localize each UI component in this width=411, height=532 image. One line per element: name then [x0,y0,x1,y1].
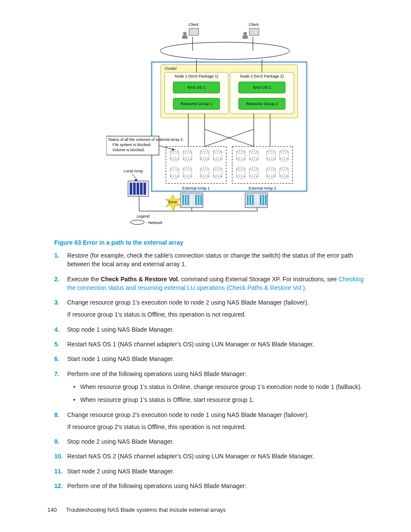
step-note: If resource group 1's status is Offline,… [67,310,372,319]
step-10: Restart NAS OS 2 (NAS channel adapter's … [54,452,372,460]
svg-line-77 [132,174,137,180]
nasos2-label: NAS OS 2 [253,85,271,90]
architecture-diagram: Client Client Cluster Node 1 (NAS Packag… [106,22,313,230]
footer-text: Troubleshooting NAS Blade systems that i… [66,507,226,513]
step-prefix: Execute the [67,276,101,283]
svg-rect-3 [249,28,259,35]
step-mid: command using External Storage XP. For i… [179,276,338,283]
step-text: Restore (for example, check the cable's … [67,252,353,268]
step-6: Start node 1 using NAS Blade Manager. [54,355,372,363]
svg-rect-95 [260,195,262,205]
svg-rect-86 [185,195,187,205]
step-text: Stop node 2 using NAS Blade Manager. [67,438,174,445]
svg-rect-90 [200,195,202,205]
step-1: Restore (for example, check the cable's … [54,251,372,269]
step-note: If resource group 2's status is Offline,… [67,423,372,431]
svg-rect-89 [198,195,199,205]
rg1-label: Resource Group 1 [181,102,212,106]
svg-rect-96 [262,195,264,205]
legend-label: Legend [137,214,149,218]
svg-rect-87 [187,195,189,205]
local-array-label: Local Array [124,169,143,173]
step-7: Perform one of the following operations … [54,370,372,404]
legend-network: : Network [146,221,163,225]
svg-point-6 [160,42,290,59]
step-5: Restart NAS OS 1 (NAS channel adapter's … [54,340,372,348]
step-text: Change resource group 1's execution node… [67,299,309,306]
svg-rect-92 [247,195,249,205]
step-2: Execute the Check Paths & Restore Vol. c… [54,275,372,292]
svg-rect-2 [182,35,187,39]
svg-rect-0 [189,28,199,35]
ext1-label: External Array 1 [182,186,210,190]
page-footer: 140 Troubleshooting NAS Blade systems th… [47,507,226,513]
step-text: Change resource group 2's execution node… [67,411,309,418]
figure-title: Figure 63 Error in a path to the externa… [54,239,372,246]
rg2-label: Resource Group 2 [246,102,278,106]
error-label: Error [168,200,177,204]
svg-rect-79 [130,183,132,195]
substep-2: When resource group 1's status is Offlin… [67,395,372,404]
step-4: Stop node 1 using NAS Blade Manager. [54,325,372,334]
cluster-label: Cluster [165,66,177,71]
step-text: Stop node 1 using NAS Blade Manager. [67,326,174,333]
svg-rect-5 [243,35,248,39]
step-9: Stop node 2 using NAS Blade Manager. [54,437,372,446]
svg-rect-25 [166,146,226,184]
step-text: Perform one of the following operations … [67,370,246,377]
svg-point-4 [243,32,247,35]
page-number: 140 [47,507,57,513]
svg-point-103 [131,220,144,224]
ext2-label: External Array 2 [249,186,276,190]
svg-rect-85 [182,195,184,205]
svg-rect-97 [265,195,267,205]
substeps: When resource group 1's status is Online… [67,383,372,404]
status-title: Status of all the volumes of external ar… [108,137,184,142]
svg-rect-93 [249,195,251,205]
nasos1-label: NAS OS 1 [187,85,206,90]
substep-1: When resource group 1's status is Online… [67,383,372,391]
node1-label: Node 1 (NAS Package 1) [174,74,218,78]
step-12: Perform one of the following operations … [54,482,372,490]
step-text: Start node 2 using NAS Blade Manager. [67,468,174,475]
status-line2: Volume is blocked. [112,148,145,152]
step-3: Change resource group 1's execution node… [54,298,372,319]
step-text: Start node 1 using NAS Blade Manager. [67,355,174,362]
node2-label: Node 2 (NAS Package 2) [240,74,283,78]
svg-rect-50 [232,146,293,184]
svg-rect-83 [143,183,146,195]
svg-rect-88 [195,195,197,205]
step-text: Perform one of the following operations … [67,482,246,489]
step-bold: Check Paths & Restore Vol. [101,276,180,283]
svg-rect-81 [137,183,139,195]
svg-rect-94 [252,195,254,205]
step-8: Change resource group 2's execution node… [54,411,372,432]
step-11: Start node 2 using NAS Blade Manager. [54,467,372,476]
client-label-1: Client [188,22,199,27]
steps-list: Restore (for example, check the cable's … [54,251,372,490]
svg-rect-82 [140,183,143,195]
svg-point-1 [183,32,187,35]
client-label-2: Client [249,22,259,27]
step-text: Restart NAS OS 1 (NAS channel adapter's … [67,341,314,348]
status-line1: File system is blocked. [112,143,152,147]
step-suffix: . [305,284,307,291]
step-text: Restart NAS OS 2 (NAS channel adapter's … [67,453,314,460]
svg-rect-80 [133,183,136,195]
